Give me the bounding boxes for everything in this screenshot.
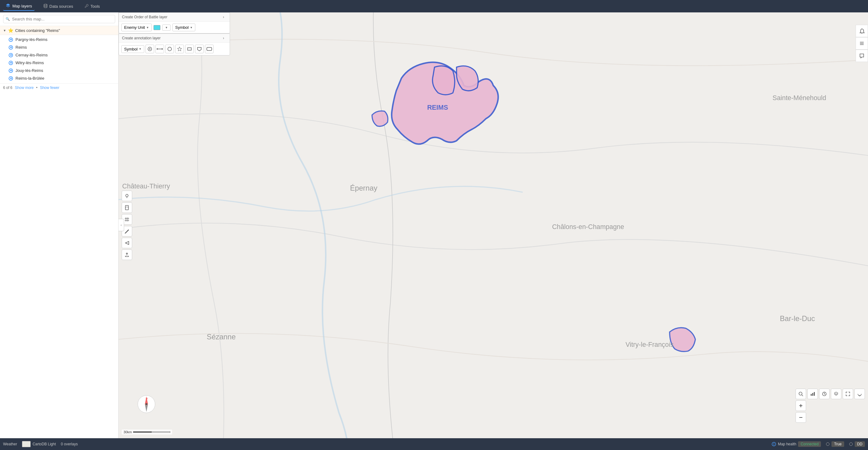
svg-rect-24 [125, 205, 128, 210]
symbol-type-dropdown[interactable]: Symbol ▼ [173, 24, 195, 31]
layer-dot-icon [9, 53, 13, 57]
layer-dot-icon [9, 61, 13, 65]
tab-data-sources[interactable]: Data sources [41, 2, 76, 10]
chevron-down-icon: ▼ [3, 29, 6, 32]
sidebar-collapse-button[interactable]: ‹ [119, 219, 124, 225]
locate-button[interactable] [122, 191, 132, 201]
list-item[interactable]: Reims [0, 44, 118, 51]
list-item[interactable]: Reims-la-Brûlée [0, 74, 118, 82]
show-more-link[interactable]: Show more [15, 86, 34, 90]
dropdown-caret-icon: ▼ [146, 26, 149, 29]
map-area[interactable]: REIMS Rethel Vouziers Sainte-Ménehould C… [119, 12, 434, 225]
svg-point-15 [157, 48, 158, 50]
group-icon: ⭐ [8, 28, 13, 33]
dropdown-caret-icon: ▼ [139, 48, 142, 51]
layer-items-list: Pargny-lès-Reims Reims Cernay-lès-Reims … [0, 35, 118, 83]
svg-marker-18 [177, 47, 182, 51]
layer-dot-icon [9, 76, 13, 81]
svg-point-22 [126, 194, 128, 197]
search-box [0, 12, 118, 26]
database-icon [43, 4, 48, 9]
svg-marker-20 [197, 48, 201, 51]
annotation-roundrect-icon[interactable] [205, 45, 214, 53]
annotation-body: Symbol ▼ [119, 43, 230, 55]
panel-oob-collapse-button[interactable]: › [220, 14, 226, 20]
list-item[interactable]: Jouy-lès-Reims [0, 67, 118, 74]
sidebar: ▼ ⭐ Cities containing "Reims" Pargny-lès… [0, 12, 119, 225]
dropdown-caret-icon: ▼ [165, 26, 168, 29]
svg-point-0 [44, 4, 47, 5]
panel-oob-body: Enemy Unit ▼ ▼ Symbol ▼ [119, 22, 230, 33]
annotation-symbol-dropdown[interactable]: Symbol ▼ [121, 45, 144, 53]
panel-oob: Create Order of Battle layer › Enemy Uni… [119, 12, 230, 33]
list-item[interactable]: Pargny-lès-Reims [0, 36, 118, 44]
bookmark-button[interactable] [122, 202, 132, 213]
annotation-star-icon[interactable] [175, 45, 184, 53]
svg-rect-21 [207, 48, 212, 51]
svg-rect-19 [188, 48, 191, 50]
search-input[interactable] [3, 15, 115, 23]
show-fewer-link[interactable]: Show fewer [40, 86, 59, 90]
svg-point-13 [149, 48, 150, 50]
layer-dot-icon [9, 68, 13, 73]
list-item[interactable]: Witry-lès-Reims [0, 59, 118, 67]
svg-text:Épernay: Épernay [350, 184, 377, 192]
layer-footer: 6 of 6 Show more • Show fewer [0, 83, 118, 92]
panel-annotation: Create annotation layer › Symbol ▼ [119, 33, 230, 55]
layer-dot-icon [9, 37, 13, 42]
panel-annotation-header: Create annotation layer › [119, 34, 230, 43]
layer-group-title: Cities containing "Reims" [15, 28, 60, 33]
tab-tools[interactable]: Tools [82, 2, 102, 10]
dropdown-caret-icon: ▼ [190, 26, 192, 29]
unit-type-dropdown[interactable]: Enemy Unit ▼ [121, 24, 152, 31]
svg-point-17 [168, 47, 172, 51]
color-picker[interactable] [154, 25, 160, 30]
svg-point-16 [162, 48, 163, 50]
svg-text:Château-Thierry: Château-Thierry [122, 182, 170, 190]
panel-annotation-collapse-button[interactable]: › [220, 35, 226, 41]
annotation-dot-icon[interactable] [146, 45, 154, 53]
wrench-icon [84, 4, 89, 9]
tab-map-layers[interactable]: Map layers [3, 2, 35, 11]
layers-icon [6, 3, 10, 9]
layer-dot-icon [9, 45, 13, 50]
annotation-pentagon-icon[interactable] [195, 45, 204, 53]
annotation-circle-icon[interactable] [165, 45, 174, 53]
top-nav: Map layers Data sources Tools [0, 0, 434, 12]
list-item[interactable]: Cernay-lès-Reims [0, 51, 118, 59]
annotation-rectangle-icon[interactable] [185, 45, 194, 53]
panel-oob-header: Create Order of Battle layer › [119, 13, 230, 22]
annotation-line-icon[interactable] [155, 45, 164, 53]
layer-group-header[interactable]: ▼ ⭐ Cities containing "Reims" [3, 28, 115, 33]
layer-group: ▼ ⭐ Cities containing "Reims" [0, 26, 118, 35]
svg-text:REIMS: REIMS [427, 104, 434, 111]
color-dropdown[interactable]: ▼ [162, 25, 170, 31]
